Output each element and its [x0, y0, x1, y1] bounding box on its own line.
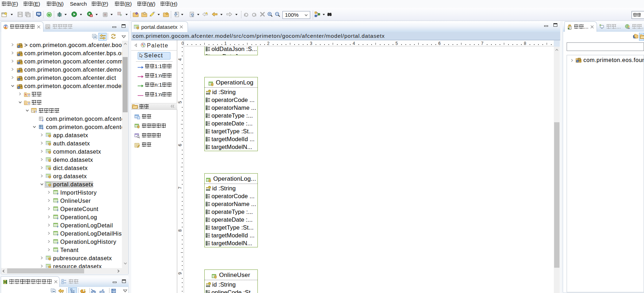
- svg-text:?: ?: [57, 241, 58, 244]
- svg-text:?: ?: [28, 102, 30, 105]
- svg-text:?: ?: [57, 217, 58, 220]
- svg-text:?: ?: [42, 127, 44, 130]
- svg-text:?: ?: [28, 94, 30, 97]
- svg-text:?: ?: [57, 250, 58, 252]
- svg-text:?: ?: [42, 119, 44, 122]
- svg-text:?: ?: [57, 225, 58, 228]
- svg-text:?: ?: [57, 233, 58, 236]
- svg-text:?: ?: [57, 192, 58, 195]
- svg-text:?: ?: [35, 111, 37, 113]
- svg-text:?: ?: [57, 200, 58, 203]
- svg-text:?: ?: [57, 209, 58, 211]
